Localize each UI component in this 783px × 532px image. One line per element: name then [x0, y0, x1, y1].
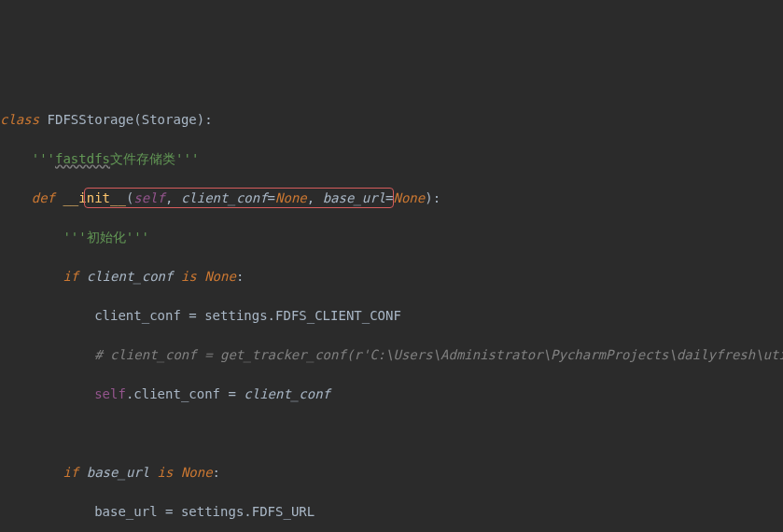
code-line: client_conf = settings.FDFS_CLIENT_CONF — [0, 306, 783, 326]
code-line: def __init__(self, client_conf=None, bas… — [0, 189, 783, 208]
code-line: if base_url is None: — [0, 463, 783, 483]
code-line: '''fastdfs文件存储类''' — [0, 149, 783, 169]
code-line: class FDFSStorage(Storage): — [0, 110, 783, 130]
code-line — [0, 424, 783, 443]
code-line: '''初始化''' — [0, 228, 783, 247]
code-editor[interactable]: class FDFSStorage(Storage): '''fastdfs文件… — [0, 78, 783, 532]
code-line: # client_conf = get_tracker_conf(r'C:\Us… — [0, 345, 783, 365]
code-line: if client_conf is None: — [0, 267, 783, 287]
code-line: self.client_conf = client_conf — [0, 385, 783, 404]
code-line: base_url = settings.FDFS_URL — [0, 502, 783, 522]
